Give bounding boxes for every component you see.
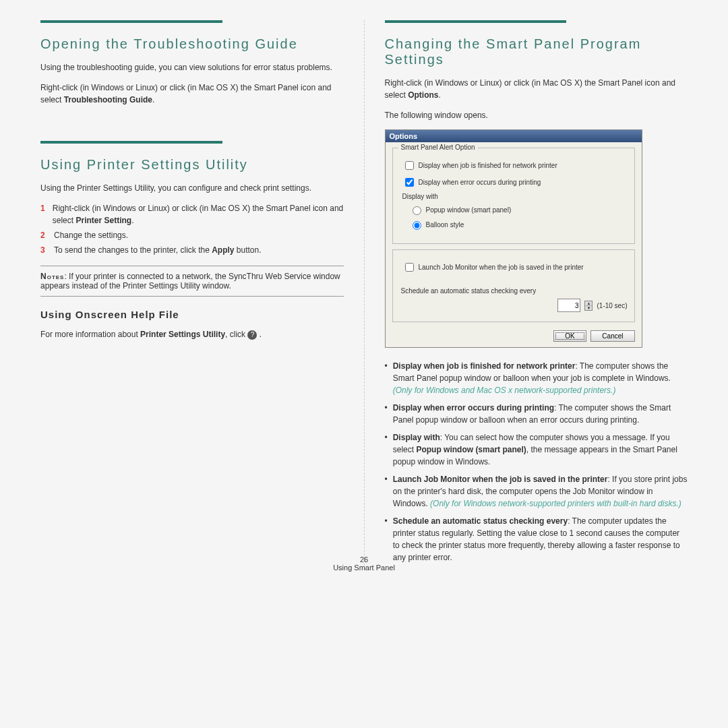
footer-caption: Using Smart Panel: [0, 564, 728, 572]
left-column: Opening the Troubleshooting Guide Using …: [40, 20, 344, 569]
spinner[interactable]: ▲▼: [584, 301, 593, 311]
bold-text: Launch Job Monitor when the job is saved…: [393, 475, 608, 484]
step-number: 2: [40, 229, 47, 241]
cb-label: Display when error occurs during printin…: [419, 179, 541, 186]
bold-text: Options: [408, 90, 438, 100]
section-title-troubleshooting: Opening the Troubleshooting Guide: [40, 36, 344, 52]
step-2: 2Change the settings.: [40, 229, 344, 241]
schedule-input[interactable]: [557, 299, 580, 312]
step-3: 3To send the changes to the printer, cli…: [40, 244, 344, 256]
bold-text: Popup window (smart panel): [416, 445, 526, 454]
job-monitor-group: Launch Job Monitor when the job is saved…: [392, 249, 635, 322]
text: , click: [225, 330, 247, 339]
step-number: 1: [40, 202, 46, 226]
notes-box: Notes: If your printer is connected to a…: [40, 266, 344, 297]
right-column: Changing the Smart Panel Program Setting…: [385, 20, 688, 569]
radio-label: Balloon style: [426, 221, 464, 229]
smart-panel-intro: Right-click (in Windows or Linux) or cli…: [385, 77, 688, 101]
step-text: Right-click (in Windows or Linux) or cli…: [53, 202, 344, 226]
cancel-button[interactable]: Cancel: [590, 330, 634, 342]
bold-text: Display with: [393, 433, 440, 442]
printer-settings-desc: Using the Printer Settings Utility, you …: [40, 182, 344, 194]
options-explain-list: Display when job is finished for network…: [385, 360, 688, 564]
schedule-label: Schedule an automatic status checking ev…: [401, 287, 628, 295]
window-opens-text: The following window opens.: [385, 109, 688, 121]
alert-option-group: Smart Panel Alert Option Display when jo…: [392, 148, 635, 244]
spin-up[interactable]: ▲: [585, 301, 592, 306]
help-icon: ?: [247, 330, 257, 340]
text: .: [131, 216, 133, 225]
bold-text: Schedule an automatic status checking ev…: [393, 516, 568, 526]
group-legend: Smart Panel Alert Option: [398, 144, 478, 151]
bold-text: Printer Setting: [75, 216, 131, 225]
display-with-label: Display with: [402, 193, 628, 200]
step-1: 1Right-click (in Windows or Linux) or cl…: [40, 202, 344, 226]
italic-note: (Only for Windows network-supported prin…: [430, 499, 681, 508]
options-dialog: Options Smart Panel Alert Option Display…: [385, 129, 642, 348]
cb-label: Display when job is finished for network…: [419, 162, 557, 169]
ok-button[interactable]: OK: [553, 330, 586, 342]
help-text: For more information about Printer Setti…: [40, 328, 344, 340]
schedule-range: (1-10 sec): [597, 302, 627, 309]
bullet-error: Display when error occurs during printin…: [385, 402, 688, 426]
dialog-buttons: OK Cancel: [392, 328, 635, 342]
spin-down[interactable]: ▼: [585, 306, 592, 310]
bold-text: Display when error occurs during printin…: [393, 403, 554, 413]
step-text: Change the settings.: [54, 229, 128, 241]
text: .: [152, 95, 154, 104]
steps-list: 1Right-click (in Windows or Linux) or cl…: [40, 202, 344, 256]
cb-error[interactable]: [405, 178, 414, 187]
radio-row-balloon[interactable]: Balloon style: [409, 219, 628, 230]
page-number: 26: [0, 555, 728, 564]
notes-label: Notes: [40, 272, 64, 281]
cb-label: Launch Job Monitor when the job is saved…: [419, 264, 584, 271]
bold-text: Troubleshooting Guide: [64, 95, 152, 104]
step-text: To send the changes to the printer, clic…: [54, 244, 262, 256]
dialog-titlebar: Options: [386, 130, 642, 142]
text: button.: [234, 245, 261, 255]
bold-text: Apply: [212, 245, 234, 255]
bold-text: Display when job is finished for network…: [393, 361, 576, 371]
step-number: 3: [40, 244, 47, 256]
cb-finished[interactable]: [405, 161, 414, 170]
subsection-title-help: Using Onscreen Help File: [40, 309, 344, 320]
section-stripe: [40, 141, 222, 144]
bullet-display-with: Display with: You can select how the com…: [385, 431, 688, 468]
radio-label: Popup window (smart panel): [426, 206, 512, 214]
page-footer: 26 Using Smart Panel: [0, 555, 728, 572]
text: .: [439, 90, 441, 100]
text: To send the changes to the printer, clic…: [54, 245, 212, 255]
radio-popup[interactable]: [413, 206, 421, 215]
cb-jobmon[interactable]: [405, 263, 414, 272]
bullet-finished: Display when job is finished for network…: [385, 360, 688, 396]
radio-row-popup[interactable]: Popup window (smart panel): [409, 204, 628, 215]
checkbox-row-error[interactable]: Display when error occurs during printin…: [402, 176, 628, 189]
page: Opening the Troubleshooting Guide Using …: [0, 0, 728, 582]
text: For more information about: [40, 330, 140, 339]
checkbox-row-jobmon[interactable]: Launch Job Monitor when the job is saved…: [402, 261, 628, 274]
bullet-jobmon: Launch Job Monitor when the job is saved…: [385, 473, 688, 510]
column-divider: [364, 20, 365, 569]
section-title-printer-settings: Using Printer Settings Utility: [40, 157, 344, 173]
italic-note: (Only for Windows and Mac OS x network-s…: [393, 386, 616, 395]
section-stripe: [385, 20, 567, 23]
troubleshooting-desc: Using the troubleshooting guide, you can…: [40, 61, 344, 73]
section-stripe: [40, 20, 222, 23]
radio-balloon[interactable]: [413, 221, 421, 230]
schedule-line: ▲▼ (1-10 sec): [400, 299, 628, 312]
section-title-smart-panel-settings: Changing the Smart Panel Program Setting…: [385, 36, 688, 67]
troubleshooting-steps: Right-click (in Windows or Linux) or cli…: [40, 82, 344, 106]
bold-text: Printer Settings Utility: [140, 330, 225, 339]
notes-text: : If your printer is connected to a netw…: [40, 272, 340, 291]
checkbox-row-finished[interactable]: Display when job is finished for network…: [402, 159, 628, 172]
